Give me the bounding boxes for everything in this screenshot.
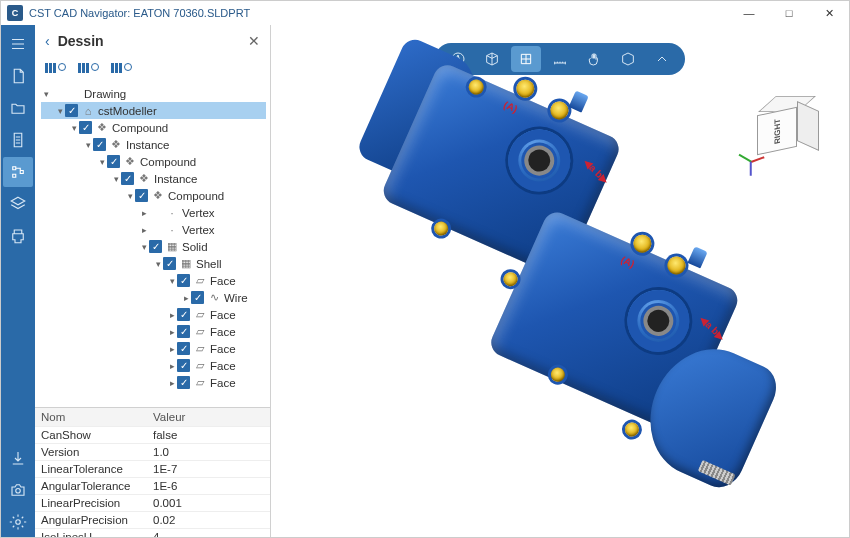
property-row[interactable]: AngularPrecision0.02 [35,511,270,528]
tree-checkbox[interactable]: ✓ [191,291,204,304]
tree-arrow-icon[interactable]: ▸ [167,378,177,388]
box-icon[interactable] [613,46,643,72]
tree-arrow-icon[interactable]: ▾ [97,157,107,167]
tree-row[interactable]: ▸✓▱Face [41,306,266,323]
tree-arrow-icon[interactable]: ▸ [167,327,177,337]
tree-type-icon: ▦ [165,240,179,254]
tree-row[interactable]: ▾✓⌂cstModeller [41,102,266,119]
props-header-value: Valeur [147,408,270,426]
property-row[interactable]: LinearTolerance1E-7 [35,460,270,477]
tree-row[interactable]: ▾✓❖Compound [41,187,266,204]
property-value: 0.02 [147,512,270,528]
tree-arrow-icon[interactable]: ▾ [83,140,93,150]
tree-row[interactable]: ▾✓▱Face [41,272,266,289]
property-name: LinearTolerance [35,461,147,477]
toggle-visibility-button[interactable] [111,63,132,73]
tree-arrow-icon[interactable]: ▸ [167,310,177,320]
tree-row[interactable]: ▾✓▦Shell [41,255,266,272]
tree-row[interactable]: ▾✓❖Compound [41,153,266,170]
tree-row[interactable]: ▸✓▱Face [41,357,266,374]
tree-row[interactable]: ▸·Vertex [41,204,266,221]
collapse-up-icon[interactable] [647,46,677,72]
measure-icon[interactable] [545,46,575,72]
tree-arrow-icon[interactable]: ▸ [181,293,191,303]
tree-row[interactable]: ▸·Vertex [41,221,266,238]
tree-arrow-icon[interactable]: ▾ [153,259,163,269]
tree-row[interactable]: ▸✓∿Wire [41,289,266,306]
tree-checkbox[interactable]: ✓ [177,274,190,287]
nav-cube[interactable]: RIGHT [753,95,819,161]
tree-arrow-icon[interactable]: ▸ [139,225,149,235]
open-file-icon[interactable] [3,93,33,123]
pan-icon[interactable] [579,46,609,72]
tree-row[interactable]: ▾✓❖Instance [41,170,266,187]
expand-all-button[interactable] [45,63,66,73]
tree-checkbox[interactable]: ✓ [177,325,190,338]
property-row[interactable]: CanShowfalse [35,426,270,443]
collapse-all-button[interactable] [78,63,99,73]
model-tree[interactable]: ▾Drawing▾✓⌂cstModeller▾✓❖Compound▾✓❖Inst… [35,83,270,407]
tree-arrow-icon[interactable]: ▸ [139,208,149,218]
export-icon[interactable] [3,443,33,473]
tree-label: Instance [126,139,169,151]
property-row[interactable]: AngularTolerance1E-6 [35,477,270,494]
property-row[interactable]: LinearPrecision0.001 [35,494,270,511]
tree-arrow-icon[interactable]: ▸ [167,361,177,371]
tree-checkbox[interactable]: ✓ [135,189,148,202]
tree-checkbox[interactable]: ✓ [93,138,106,151]
tree-row[interactable]: ▾✓❖Instance [41,136,266,153]
tree-checkbox[interactable]: ✓ [79,121,92,134]
tree-arrow-icon[interactable]: ▾ [111,174,121,184]
tree-checkbox[interactable]: ✓ [107,155,120,168]
tree-row[interactable]: ▸✓▱Face [41,374,266,391]
tree-arrow-icon[interactable]: ▾ [55,106,65,116]
tree-arrow-icon[interactable]: ▾ [139,242,149,252]
tree-checkbox[interactable]: ✓ [149,240,162,253]
tree-checkbox[interactable]: ✓ [177,342,190,355]
tree-row[interactable]: ▾✓❖Compound [41,119,266,136]
property-name: Version [35,444,147,460]
tree-checkbox[interactable]: ✓ [177,359,190,372]
minimize-button[interactable]: — [729,1,769,25]
viewport-3d[interactable]: RIGHT (A)◀a b▶ (A)◀a b▶ [271,25,849,537]
tree-type-icon: ❖ [95,121,109,135]
camera-icon[interactable] [3,475,33,505]
property-name: IsoLinesU [35,529,147,537]
property-name: LinearPrecision [35,495,147,511]
window-title: CST CAD Navigator: EATON 70360.SLDPRT [29,7,250,19]
property-value: 1.0 [147,444,270,460]
tree-row[interactable]: ▸✓▱Face [41,323,266,340]
close-button[interactable]: ✕ [809,1,849,25]
settings-icon[interactable] [3,507,33,537]
tree-row[interactable]: ▾✓▦Solid [41,238,266,255]
new-file-icon[interactable] [3,61,33,91]
tree-row[interactable]: ▸✓▱Face [41,340,266,357]
tree-arrow-icon[interactable]: ▾ [167,276,177,286]
maximize-button[interactable]: □ [769,1,809,25]
property-row[interactable]: IsoLinesU4 [35,528,270,537]
tree-arrow-icon[interactable]: ▾ [69,123,79,133]
document-icon[interactable] [3,125,33,155]
tree-row[interactable]: ▾Drawing [41,85,266,102]
tree-arrow-icon[interactable]: ▸ [167,344,177,354]
property-row[interactable]: Version1.0 [35,443,270,460]
tree-checkbox[interactable]: ✓ [65,104,78,117]
nav-cube-side[interactable] [797,101,819,151]
panel-close-icon[interactable]: ✕ [248,33,260,49]
tree-checkbox[interactable]: ✓ [163,257,176,270]
tree-label: Face [210,275,236,287]
tree-checkbox[interactable]: ✓ [177,308,190,321]
property-name: AngularPrecision [35,512,147,528]
tree-icon[interactable] [3,157,33,187]
tree-checkbox[interactable]: ✓ [177,376,190,389]
menu-icon[interactable] [3,29,33,59]
property-value: 1E-6 [147,478,270,494]
back-icon[interactable]: ‹ [45,33,50,49]
print-icon[interactable] [3,221,33,251]
layers-icon[interactable] [3,189,33,219]
tree-arrow-icon[interactable]: ▾ [125,191,135,201]
app-icon: C [7,5,23,21]
tree-arrow-icon[interactable]: ▾ [41,89,51,99]
tree-checkbox[interactable]: ✓ [121,172,134,185]
tree-type-icon: ▱ [193,308,207,322]
